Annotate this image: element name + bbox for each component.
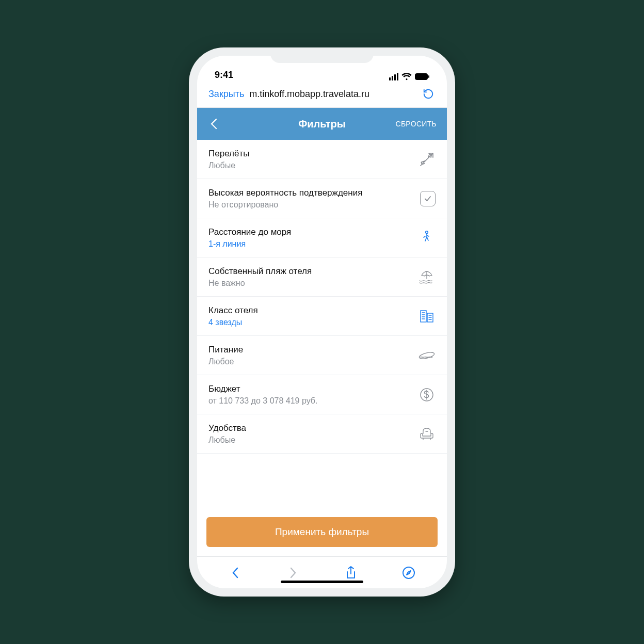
cellular-icon [389, 73, 398, 81]
filter-title: Собственный пляж отеля [208, 266, 411, 277]
filter-title: Класс отеля [208, 305, 411, 316]
nav-back-button[interactable] [225, 562, 246, 583]
walker-icon [418, 229, 436, 247]
filter-title: Питание [208, 345, 411, 355]
filter-row-private-beach[interactable]: Собственный пляж отеля Не важно [197, 257, 447, 297]
plane-icon [418, 151, 436, 168]
hotdog-icon [418, 347, 436, 364]
svg-rect-0 [415, 74, 428, 80]
browser-url-bar: Закрыть m.tinkoff.mobapp.travelata.ru [197, 82, 447, 108]
filter-title: Перелёты [208, 149, 411, 159]
checkbox-icon[interactable] [420, 191, 436, 206]
buildings-icon [418, 308, 436, 325]
filter-value: 4 звезды [208, 318, 411, 327]
filter-row-amenities[interactable]: Удобства Любые [197, 414, 447, 454]
phone-frame: 9:41 Закрыть m.tinkoff.mobapp.travelata.… [189, 47, 455, 597]
browser-toolbar [197, 556, 447, 588]
filter-row-flights[interactable]: Перелёты Любые [197, 140, 447, 179]
svg-point-2 [426, 231, 428, 233]
filter-row-meals[interactable]: Питание Любое [197, 336, 447, 375]
svg-point-5 [418, 351, 435, 360]
filter-value: 1-я линия [208, 239, 411, 249]
status-indicators [389, 73, 429, 81]
filter-row-budget[interactable]: Бюджет от 110 733 до 3 078 419 руб. [197, 375, 447, 414]
svg-rect-1 [428, 75, 429, 78]
armchair-icon [418, 425, 436, 443]
filter-title: Бюджет [208, 384, 411, 394]
svg-rect-3 [421, 311, 426, 322]
screen: 9:41 Закрыть m.tinkoff.mobapp.travelata.… [197, 56, 447, 588]
safari-compass-button[interactable] [398, 562, 419, 583]
filter-title: Удобства [208, 423, 411, 433]
apply-wrap: Применить фильтры [197, 509, 447, 556]
reload-button[interactable] [421, 87, 436, 101]
umbrella-icon [418, 268, 436, 286]
notch [270, 47, 374, 63]
filter-value: Любое [208, 357, 411, 366]
home-indicator[interactable] [281, 581, 363, 583]
filter-value: Не важно [208, 279, 411, 288]
filter-value: Любые [208, 436, 411, 445]
filter-row-hotel-class[interactable]: Класс отеля 4 звезды [197, 297, 447, 336]
svg-point-7 [403, 567, 414, 578]
url-text[interactable]: m.tinkoff.mobapp.travelata.ru [249, 89, 416, 100]
nav-forward-button[interactable] [283, 562, 303, 583]
dollar-icon [418, 386, 436, 404]
apply-filters-button[interactable]: Применить фильтры [206, 517, 438, 547]
back-button[interactable] [207, 118, 220, 130]
filter-list[interactable]: Перелёты Любые Высокая вероятность подтв… [197, 140, 447, 509]
filter-value: от 110 733 до 3 078 419 руб. [208, 396, 411, 406]
filter-row-sea-distance[interactable]: Расстояние до моря 1-я линия [197, 218, 447, 257]
reset-button[interactable]: СБРОСИТЬ [395, 120, 437, 128]
close-button[interactable]: Закрыть [208, 89, 244, 100]
status-time: 9:41 [215, 70, 233, 81]
share-button[interactable] [341, 562, 361, 583]
filter-value: Любые [208, 161, 411, 170]
filter-title: Расстояние до моря [208, 227, 411, 237]
battery-icon [415, 73, 429, 80]
filter-value: Не отсортировано [208, 200, 413, 210]
app-header: Фильтры СБРОСИТЬ [197, 108, 447, 140]
filter-title: Высокая вероятность подтверждения [208, 188, 413, 198]
filter-row-confirmation[interactable]: Высокая вероятность подтверждения Не отс… [197, 179, 447, 218]
wifi-icon [401, 73, 412, 81]
